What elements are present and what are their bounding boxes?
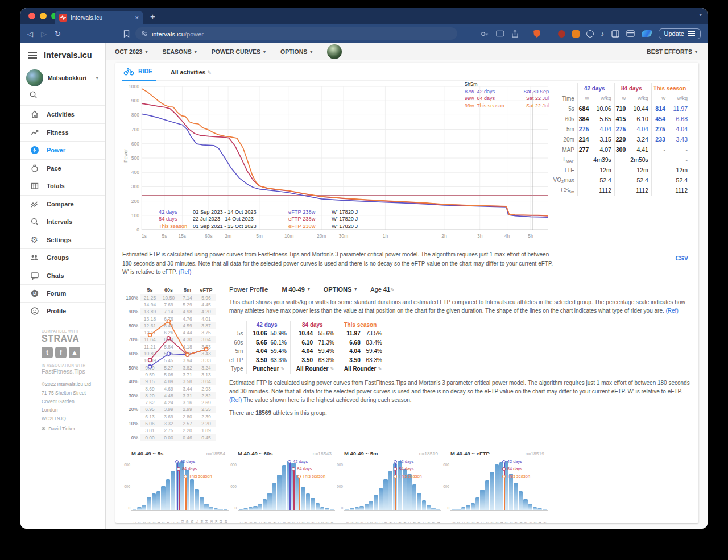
svg-text:700: 700 <box>131 127 139 132</box>
histogram-bar <box>267 493 271 510</box>
activity-filter[interactable]: All activities ✎ <box>171 69 212 80</box>
histogram-title: M 40-49 ~ eFTP <box>450 450 490 457</box>
browser-window: Intervals.icu × + ▾ ◁ ▷ ↻ intervals.icu/… <box>20 8 708 529</box>
main-area: OCT 2023▾ SEASONS▾ POWER CURVES▾ OPTIONS… <box>106 43 708 529</box>
profile-options-dropdown[interactable]: OPTIONS▾ <box>324 286 357 293</box>
app-title[interactable]: Intervals.icu <box>44 51 92 60</box>
tab-search-caret-icon[interactable]: ▾ <box>699 12 702 18</box>
extension-ghost-icon[interactable] <box>586 30 594 38</box>
browser-menu-icon[interactable] <box>688 31 695 36</box>
csv-link[interactable]: CSV <box>675 250 690 277</box>
compatible-with-label: COMPATIBLE WITH <box>42 329 102 333</box>
tooltip-time: 5h5m <box>465 81 549 88</box>
browser-tab[interactable]: Intervals.icu × <box>55 11 143 24</box>
sidebar-item-power[interactable]: Power <box>20 141 105 159</box>
sidebar-search[interactable] <box>20 88 105 105</box>
best-efforts-dropdown[interactable]: BEST EFFORTS▾ <box>647 48 697 55</box>
update-button[interactable]: Update <box>659 28 701 39</box>
tab-close-icon[interactable]: × <box>135 14 139 21</box>
contact-name[interactable]: David Tinker <box>48 426 75 432</box>
age-field[interactable]: Age 41✎ <box>370 286 394 293</box>
password-key-icon[interactable] <box>481 30 489 38</box>
sidebar-item-groups[interactable]: Groups <box>20 248 105 267</box>
site-settings-icon[interactable] <box>141 30 148 37</box>
sidebar-toggle-icon[interactable] <box>611 30 619 38</box>
reload-button[interactable]: ↻ <box>55 30 61 38</box>
copyright: ©2022 Intervals.icu Ltd <box>42 380 102 389</box>
close-window-button[interactable] <box>28 13 35 19</box>
rider-type[interactable]: All Rounder ✎ <box>290 364 338 374</box>
forward-button[interactable]: ▷ <box>41 30 47 38</box>
cast-icon[interactable] <box>496 30 504 38</box>
rider-type[interactable]: All Rounder ✎ <box>338 364 386 374</box>
table-row: 60s3845.654156.104546.68 <box>551 114 690 124</box>
histogram-bar <box>156 491 160 510</box>
chevron-down-icon: ▾ <box>310 49 312 55</box>
sidebar-item-pace[interactable]: Pace <box>20 159 105 177</box>
seasons-dropdown[interactable]: SEASONS▾ <box>162 48 196 55</box>
rider-type[interactable]: Puncheur ✎ <box>247 364 290 374</box>
marker-dot <box>177 467 180 471</box>
twitter-icon[interactable]: t <box>42 347 53 358</box>
chat-icon <box>30 271 39 280</box>
sidebar-item-forum[interactable]: DForum <box>20 284 105 302</box>
marker-line <box>395 478 396 510</box>
sidebar-menu-icon[interactable] <box>28 52 37 59</box>
sidebar-item-settings[interactable]: ⚙Settings <box>20 231 105 249</box>
sidebar-item-fitness[interactable]: Fitness <box>20 123 105 142</box>
url-bar[interactable]: intervals.icu/power <box>135 27 457 40</box>
profile-avatar[interactable] <box>327 44 342 59</box>
strava-icon[interactable]: ▲ <box>69 347 80 358</box>
histogram-bar <box>471 503 475 510</box>
minimize-window-button[interactable] <box>40 13 47 19</box>
new-tab-button[interactable]: + <box>150 11 155 21</box>
ref-link[interactable]: (Ref) <box>666 308 679 314</box>
music-extension-icon[interactable]: ♪ <box>601 30 605 38</box>
extension-icon[interactable] <box>558 30 565 38</box>
sidebar-item-activities[interactable]: Activities <box>20 105 105 123</box>
chevron-down-icon: ▾ <box>308 287 310 292</box>
fastfitness-link[interactable]: FastFitness.Tips <box>42 368 102 375</box>
power-curve-chart[interactable]: 010020030040050060070080090010001s5s15s6… <box>122 83 550 247</box>
ref-link[interactable]: (Ref) <box>229 397 242 403</box>
sample-count: n=18519 <box>526 451 544 457</box>
sidebar-item-label: Intervals <box>47 218 72 225</box>
svg-text:15s: 15s <box>179 233 187 239</box>
url-path: /power <box>185 31 204 38</box>
marker-label: This season <box>507 474 530 479</box>
gear-icon: ⚙ <box>30 235 39 244</box>
share-icon[interactable] <box>511 30 519 38</box>
histogram: M 40-49 ~ 5sn=1855442 days84 daysThis se… <box>122 449 229 523</box>
brave-shield-icon[interactable] <box>533 29 541 38</box>
histogram-bar <box>355 507 359 509</box>
month-dropdown[interactable]: OCT 2023▾ <box>115 48 147 55</box>
facebook-icon[interactable]: f <box>55 347 67 358</box>
bookmark-icon[interactable] <box>123 30 130 38</box>
histogram-bar <box>253 506 257 510</box>
rewards-feather-icon[interactable] <box>642 30 652 37</box>
histogram-bar <box>204 504 208 510</box>
sidebar-item-chats[interactable]: Chats <box>20 267 105 285</box>
trend-icon <box>30 128 39 137</box>
marker-dot <box>175 460 179 463</box>
sidebar-item-label: Forum <box>47 290 66 297</box>
sidebar-item-compare[interactable]: Compare <box>20 195 105 213</box>
pencil-icon: ✎ <box>390 287 395 293</box>
ref-link[interactable]: (Ref) <box>179 269 191 275</box>
table-row: VO2max52.452.452.4 <box>551 175 690 185</box>
metamask-extension-icon[interactable] <box>572 30 580 38</box>
people-icon <box>30 253 39 262</box>
power-curves-dropdown[interactable]: POWER CURVES▾ <box>212 48 266 55</box>
tab-ride[interactable]: RIDE <box>122 67 156 81</box>
sidebar-item-profile[interactable]: Profile <box>20 302 105 321</box>
sidebar-item-totals[interactable]: Totals <box>20 177 105 195</box>
group-dropdown[interactable]: M 40-49▾ <box>282 286 309 293</box>
power-profile-chart[interactable]: 5s60s5meFTP100%21.2510.507.145.9614.947.… <box>122 286 219 441</box>
wallet-icon[interactable] <box>626 30 635 37</box>
svg-text:100: 100 <box>131 213 139 218</box>
options-dropdown[interactable]: OPTIONS▾ <box>280 48 312 55</box>
back-button[interactable]: ◁ <box>27 30 33 38</box>
user-switcher[interactable]: Matsubokkuri ▾ <box>20 66 105 88</box>
histogram-bar <box>365 504 369 509</box>
sidebar-item-intervals[interactable]: Intervals <box>20 213 105 231</box>
